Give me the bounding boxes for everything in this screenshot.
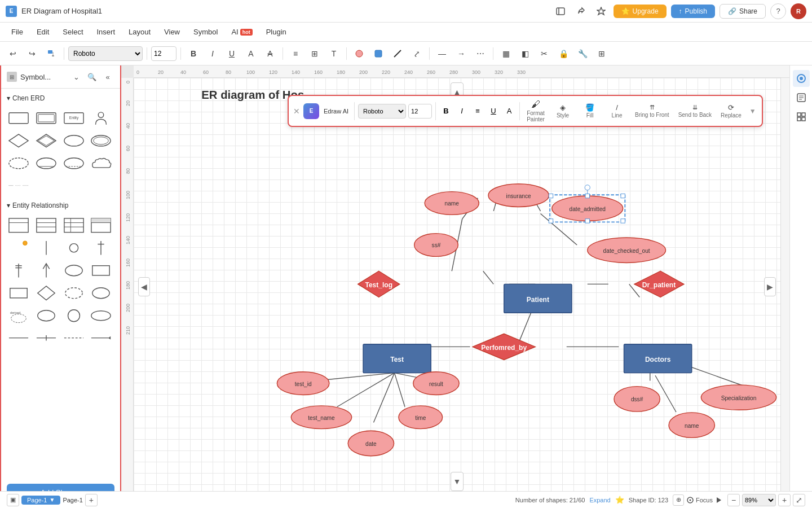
font-size-input[interactable] [151,46,176,61]
menu-ai[interactable]: AI hot [226,25,258,38]
ft-text-size-button[interactable]: A [502,106,516,116]
handle-tr[interactable] [621,194,625,198]
ft-font-size-input[interactable] [408,104,432,119]
handle-br[interactable] [621,219,625,223]
er-oval3-symbol[interactable] [89,305,113,326]
er-table-1-symbol[interactable] [7,215,30,235]
wrench-button[interactable]: 🔧 [574,46,591,62]
menu-insert[interactable]: Insert [91,25,121,38]
text-strikethrough-button[interactable]: A [262,46,279,62]
help-button[interactable]: ? [770,3,786,19]
er-oval2-symbol[interactable] [89,283,113,303]
ft-send-to-back-button[interactable]: ⇊ Send to Back [675,103,715,119]
underline-button[interactable]: U [223,46,240,62]
er-line-1[interactable] [7,328,30,348]
menu-file[interactable]: File [6,25,29,38]
publish-button[interactable]: ↑Publish [671,5,715,18]
er-connector-3[interactable] [89,238,113,258]
er-diamond-symbol[interactable] [34,283,58,303]
shadow-button[interactable]: ◧ [517,46,533,62]
handle-bm[interactable] [585,219,589,223]
page-name-tab[interactable]: Page-1 [63,497,82,503]
ft-line-button[interactable]: / Line [604,102,629,120]
nav-down-arrow[interactable]: ▼ [451,472,464,491]
section-chen-erd[interactable]: ▾ Chen ERD [1,92,120,104]
er-connector-4[interactable] [7,260,30,281]
section-entity-relationship[interactable]: ▾ Entity Relationship [1,199,120,212]
er-table-3-symbol[interactable] [62,215,86,235]
search-sidebar-btn[interactable]: 🔍 [85,70,99,84]
handle-bl[interactable] [549,219,553,223]
chen-associative-entity-symbol[interactable]: Entity [62,108,86,128]
er-pk-symbol[interactable] [7,238,30,258]
menu-layout[interactable]: Layout [123,25,156,38]
ft-underline-button[interactable]: U [487,106,500,116]
line-style-button[interactable]: — [434,46,451,62]
er-circle-symbol[interactable] [62,305,86,326]
chen-key-attr-symbol[interactable] [34,153,58,173]
chen-attr-symbol[interactable] [62,130,86,151]
bold-button[interactable]: B [185,46,202,62]
font-family-select[interactable]: Roboto Arial Times New Roman [68,46,143,61]
zoom-out-button[interactable]: − [727,494,740,506]
ft-font-family-select[interactable]: Roboto Arial [358,104,406,119]
er-oval-symbol[interactable] [62,260,86,281]
right-panel-inspect-btn[interactable] [793,89,810,106]
chen-relation-symbol[interactable] [7,130,30,151]
line-end-button[interactable]: → [453,46,470,62]
er-rect-symbol2[interactable] [7,283,30,303]
ft-more-indicator[interactable]: ▼ [747,107,758,115]
er-line-3[interactable] [62,328,86,348]
er-rect-symbol[interactable] [89,260,113,281]
er-table-2-symbol[interactable] [34,215,58,235]
canvas-area[interactable]: ✕ E Edraw AI Roboto Arial B I ≡ U A 🖌 Fo… [121,65,789,508]
chen-weak-entity-symbol[interactable] [34,108,58,128]
share-icon-title[interactable] [573,3,589,19]
er-line-4[interactable] [89,328,113,348]
ft-replace-button[interactable]: ⟳ Replace [717,102,745,120]
table-button[interactable]: ⊞ [593,46,610,62]
align-left-button[interactable]: ≡ [287,46,304,62]
nav-right-arrow[interactable]: ▶ [764,277,776,296]
expand-link[interactable]: Expand [589,497,610,503]
text-format-button[interactable]: T [325,46,342,62]
menu-select[interactable]: Select [57,25,89,38]
connector-button[interactable]: ⤤ [408,46,425,62]
redo-button[interactable]: ↪ [24,46,41,62]
ft-fill-button[interactable]: 🪣 Fill [577,102,602,120]
shape-style-button[interactable] [351,46,368,62]
add-page-button[interactable]: + [85,494,98,506]
er-small-dashed-oval-symbol[interactable]: derived [7,305,30,326]
lock-button[interactable]: 🔒 [555,46,572,62]
menu-view[interactable]: View [158,25,186,38]
canvas[interactable]: ER diagram of Hos [134,78,780,496]
italic-button[interactable]: I [204,46,221,62]
zoom-level-select[interactable]: 89% 100% 75% 50% [742,494,776,506]
er-small-oval-symbol[interactable] [34,305,58,326]
reader-view-icon[interactable] [553,3,568,19]
share-button[interactable]: 🔗Share [720,4,766,19]
paint-format-button[interactable] [43,46,60,62]
fit-button[interactable]: ⤢ [793,494,805,506]
user-avatar[interactable]: R [791,3,806,19]
collapse-sidebar-btn[interactable]: ⌄ [69,70,83,84]
handle-tl[interactable] [549,194,553,198]
chen-derived-attr-symbol[interactable] [7,153,30,173]
menu-edit[interactable]: Edit [31,25,55,38]
page-view-toggle[interactable]: ▣ [7,494,19,506]
ft-bring-to-front-button[interactable]: ⇈ Bring to Front [632,103,673,119]
chen-person-symbol[interactable] [89,108,113,128]
ft-format-painter-button[interactable]: 🖌 FormatPainter [523,98,548,124]
er-connector-2[interactable] [62,238,86,258]
undo-button[interactable]: ↩ [5,46,21,62]
rotation-handle[interactable] [585,185,590,190]
zoom-in-button[interactable]: + [778,494,791,506]
close-sidebar-btn[interactable]: « [101,70,114,84]
vertical-scrollbar[interactable] [780,78,789,499]
ft-bold-button[interactable]: B [439,106,453,116]
chen-line-symbol[interactable] [7,176,30,196]
waypoint-button[interactable]: ⋯ [472,46,489,62]
right-panel-style-btn[interactable] [793,70,810,87]
layers-button[interactable]: ⊕ [673,494,684,506]
floating-toolbar-close[interactable]: ✕ [292,106,301,117]
